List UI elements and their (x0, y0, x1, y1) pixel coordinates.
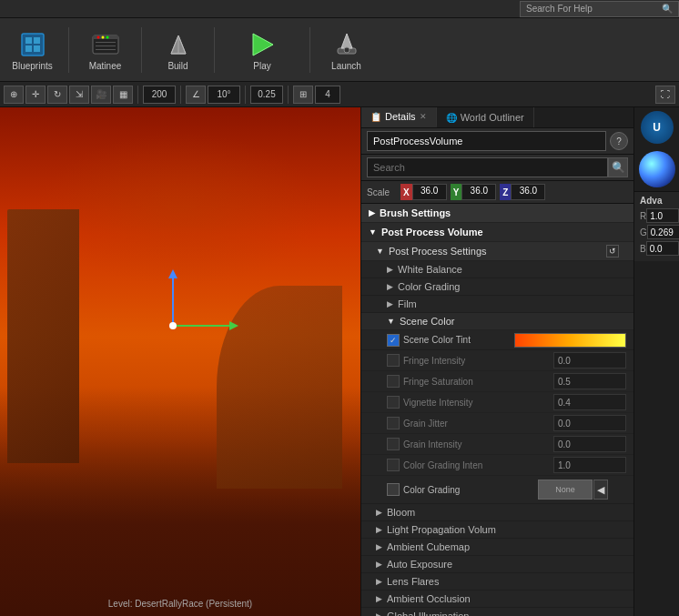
adv-b-input[interactable] (646, 241, 679, 256)
color-sphere[interactable] (639, 151, 675, 187)
grain-jitter-value[interactable]: 0.0 (553, 415, 626, 431)
auto-exposure-label: Auto Exposure (387, 559, 452, 570)
white-balance-label: White Balance (398, 264, 462, 275)
color-grading-box: Color Grading None ◀ (361, 476, 633, 504)
z-label: Z (500, 184, 511, 200)
help-button[interactable]: ? (610, 132, 628, 150)
toolbar-separator-1 (68, 27, 69, 73)
rotate-mode-btn[interactable]: ↻ (47, 86, 67, 104)
scene-color-tint-checkbox[interactable]: ✓ (387, 334, 400, 347)
matinee-button[interactable]: Matinee (80, 23, 130, 77)
brush-settings-header[interactable]: ▶ Brush Settings (361, 204, 633, 223)
bloom-row[interactable]: ▶ Bloom (361, 504, 633, 521)
tab-world-outliner[interactable]: 🌐 World Outliner (437, 107, 534, 127)
color-grading-sub-checkbox[interactable] (387, 483, 400, 496)
object-name-input[interactable] (367, 131, 606, 151)
fringe-intensity-value[interactable]: 0.0 (553, 352, 626, 369)
global-illumination-label: Global Illumination (387, 611, 470, 616)
color-grading-intensity-value[interactable]: 1.0 (553, 457, 626, 473)
grain-intensity-checkbox[interactable] (387, 438, 400, 450)
color-grading-row[interactable]: ▶ Color Grading (361, 278, 633, 296)
z-value[interactable]: 36.0 (511, 184, 545, 200)
ppv-header[interactable]: ▼ Post Process Volume (361, 223, 633, 242)
fringe-intensity-label: Fringe Intensity (403, 356, 553, 366)
scale-input[interactable] (250, 86, 283, 104)
angle-input[interactable] (208, 86, 240, 104)
adv-g-input[interactable] (647, 225, 679, 239)
main-toolbar: Blueprints Matinee (0, 18, 679, 82)
build-label: Build (167, 61, 187, 71)
play-label: Play (253, 61, 270, 71)
right-panel: 📋 Details ✕ 🌐 World Outliner ? 🔍 Scale X (360, 107, 633, 616)
ambient-occlusion-arrow: ▶ (376, 594, 382, 603)
ue-logo: U (641, 111, 674, 144)
adv-r-input[interactable] (646, 208, 679, 223)
camera-btn[interactable]: 🎥 (91, 86, 111, 104)
translate-mode-btn[interactable]: ✛ (25, 86, 46, 104)
maximize-btn[interactable]: ⛶ (655, 86, 675, 104)
properties-panel: ▶ Brush Settings ▼ Post Process Volume ▼… (361, 204, 633, 616)
snap-val-input[interactable] (315, 86, 340, 104)
light-propagation-row[interactable]: ▶ Light Propagation Volum (361, 521, 633, 539)
scene-color-header[interactable]: ▼ Scene Color (361, 313, 633, 330)
svg-rect-3 (25, 45, 32, 52)
build-button[interactable]: Build (153, 23, 203, 77)
surface-btn[interactable]: ▦ (113, 86, 133, 104)
adv-header: Adva (640, 196, 674, 206)
scene-color-tint-bar[interactable] (514, 333, 627, 348)
angle-icon[interactable]: ∠ (186, 86, 206, 104)
pps-reset-btn[interactable]: ↺ (606, 245, 619, 258)
play-button[interactable]: Play (226, 23, 299, 77)
adv-g-row: G (640, 225, 674, 239)
search-for-help-input[interactable]: Search For Help 🔍 (520, 1, 679, 17)
global-illumination-row[interactable]: ▶ Global Illumination (361, 608, 633, 616)
far-right-content: U (634, 107, 679, 191)
fringe-saturation-value[interactable]: 0.5 (553, 373, 626, 389)
adv-r-label: R (640, 211, 646, 221)
fringe-saturation-label: Fringe Saturation (403, 377, 553, 387)
ambient-cubemap-arrow: ▶ (376, 542, 382, 551)
color-grading-intensity-label: Color Grading Inten (403, 460, 553, 470)
grain-intensity-value[interactable]: 0.0 (553, 436, 626, 452)
blueprints-button[interactable]: Blueprints (7, 23, 57, 77)
svg-rect-1 (25, 37, 32, 44)
search-for-help-label: Search For Help (526, 4, 593, 14)
fringe-intensity-checkbox[interactable] (387, 354, 400, 367)
vignette-intensity-value[interactable]: 0.4 (553, 394, 626, 410)
lens-flares-row[interactable]: ▶ Lens Flares (361, 573, 633, 591)
color-grading-arrow-btn[interactable]: ◀ (593, 480, 608, 500)
grid-size-input[interactable] (143, 86, 176, 104)
y-value[interactable]: 36.0 (461, 184, 496, 200)
ambient-cubemap-row[interactable]: ▶ Ambient Cubemap (361, 539, 633, 556)
fringe-intensity-row: Fringe Intensity 0.0 (361, 350, 633, 371)
scale-mode-btn[interactable]: ⇲ (69, 86, 89, 104)
top-bar: Search For Help 🔍 (0, 0, 679, 18)
adv-b-label: B (640, 244, 646, 254)
select-mode-btn[interactable]: ⊕ (4, 86, 24, 104)
grain-jitter-checkbox[interactable] (387, 417, 400, 429)
toolbar-separator-2 (141, 27, 142, 73)
tab-details-close[interactable]: ✕ (420, 112, 427, 121)
color-grading-swatch[interactable]: None (538, 480, 593, 500)
fringe-saturation-checkbox[interactable] (387, 375, 400, 388)
svg-rect-4 (34, 45, 40, 52)
film-row[interactable]: ▶ Film (361, 296, 633, 313)
ambient-occlusion-row[interactable]: ▶ Ambient Occlusion (361, 591, 633, 608)
auto-exposure-row[interactable]: ▶ Auto Exposure (361, 556, 633, 573)
snap-btn[interactable]: ⊞ (293, 86, 313, 104)
search-icon-button[interactable]: 🔍 (608, 157, 628, 177)
tab-details[interactable]: 📋 Details ✕ (361, 107, 437, 127)
far-right-panel: U Adva R G B (633, 107, 679, 616)
viewport[interactable]: Level: DesertRallyRace (Persistent) (0, 107, 360, 616)
search-input[interactable] (367, 157, 608, 177)
x-value[interactable]: 36.0 (412, 184, 447, 200)
svg-point-8 (101, 36, 104, 39)
white-balance-row[interactable]: ▶ White Balance (361, 261, 633, 278)
launch-button[interactable]: Launch (321, 23, 371, 77)
vignette-intensity-checkbox[interactable] (387, 396, 400, 409)
y-label: Y (451, 184, 462, 200)
color-grading-intensity-checkbox[interactable] (387, 459, 400, 471)
adv-b-row: B (640, 241, 674, 256)
pps-header[interactable]: ▼ Post Process Settings ↺ (361, 242, 633, 261)
toolbar-separator-4 (309, 27, 310, 73)
